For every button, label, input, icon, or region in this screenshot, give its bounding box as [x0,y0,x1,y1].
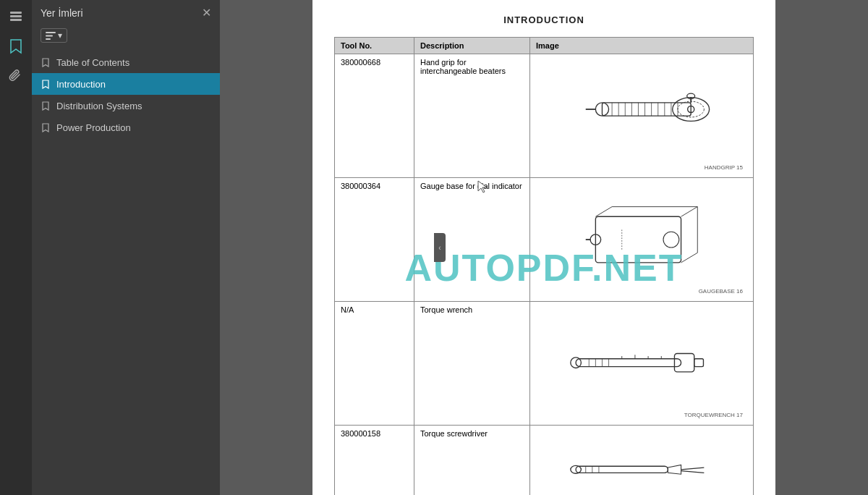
svg-rect-41 [694,359,704,367]
description-cell: Hand grip for interchangeable beaters [414,54,530,178]
svg-rect-47 [576,466,668,473]
bookmarks-list: Table of Contents Introduction Distribut… [32,48,220,141]
table-row: 380000668 Hand grip for interchangeable … [335,54,754,178]
bookmark-item-power[interactable]: Power Production [32,117,220,138]
svg-rect-4 [46,35,53,36]
tool-image-torquewrench: TORQUEWRENCH 17 [536,305,747,421]
image-cell: GAUGEBASE 16 [530,178,754,302]
bookmark-intro-icon [41,78,51,90]
attachment-icon[interactable] [7,68,25,85]
svg-rect-40 [674,353,694,371]
image-label-torquewrench: TORQUEWRENCH 17 [684,412,743,418]
svg-rect-35 [576,359,681,367]
left-toolbar [0,0,32,495]
bookmark-item-distribution[interactable]: Distribution Systems [32,95,220,117]
image-cell: HANDGRIP 15 [530,54,754,178]
tool-no-cell: 380000364 [335,178,414,302]
svg-line-53 [681,470,705,473]
tool-no-cell: N/A [335,302,414,426]
svg-rect-5 [46,38,51,40]
image-cell: TORQUEWRENCH 17 [530,302,754,426]
bookmark-power-icon [41,122,51,133]
image-label-gaugebase: GAUGEBASE 16 [699,288,743,295]
bookmarks-header: Yer İmleri ✕ [32,0,220,25]
bookmark-panel-icon[interactable] [7,38,25,55]
page-title: INTRODUCTION [334,14,754,25]
bookmark-item-introduction[interactable]: Introduction [32,73,220,95]
svg-rect-0 [10,12,22,14]
svg-line-29 [595,207,612,217]
svg-rect-2 [10,19,22,21]
col-header-image: Image [530,38,754,54]
svg-line-52 [681,468,705,470]
pdf-page: INTRODUCTION Tool No. Description Image … [312,0,775,495]
table-row: 380000364 Gauge base for dial indicator [335,178,754,302]
description-cell: Torque wrench [414,302,530,426]
tool-no-cell: 380000668 [335,54,414,178]
table-row: 380000158 Torque screwdriver [335,426,754,496]
svg-marker-51 [668,465,681,474]
main-content-area: ‹ INTRODUCTION Tool No. Description Imag… [220,0,868,495]
bookmark-toc-label: Table of Contents [56,57,129,68]
svg-line-27 [681,253,698,263]
svg-line-26 [681,207,698,217]
sort-dropdown-arrow: ▾ [58,30,62,41]
tool-no-cell: 380000158 [335,426,414,496]
tool-image-handgrip: HANDGRIP 15 [536,58,747,174]
bookmarks-close-button[interactable]: ✕ [202,6,211,20]
svg-rect-1 [10,15,22,17]
description-cell: Gauge base for dial indicator [414,178,530,302]
col-header-tool-no: Tool No. [335,38,414,54]
bookmark-distribution-label: Distribution Systems [56,101,142,111]
table-row: N/A Torque wrench [335,302,754,426]
bookmarks-sort-button[interactable]: ▾ [41,28,67,43]
bookmarks-panel-title: Yer İmleri [41,7,83,19]
tools-table: Tool No. Description Image 380000668 Han… [334,37,754,495]
tool-image-gaugebase: GAUGEBASE 16 [536,182,747,297]
layers-icon[interactable] [7,7,25,25]
bookmark-intro-label: Introduction [56,79,106,90]
tool-image-torquescrewdriver [536,429,747,495]
bookmarks-panel: Yer İmleri ✕ ▾ Table of Contents [32,0,220,495]
svg-rect-25 [595,216,681,263]
image-cell [530,426,754,496]
description-cell: Torque screwdriver [414,426,530,496]
bookmark-toc-icon [41,56,51,68]
panel-collapse-button[interactable]: ‹ [434,233,446,262]
col-header-description: Description [414,38,530,54]
bookmark-dist-icon [41,100,51,111]
bookmarks-toolbar: ▾ [32,25,220,48]
svg-rect-3 [46,32,56,33]
svg-point-33 [663,232,679,248]
image-label-handgrip: HANDGRIP 15 [705,164,743,171]
bookmark-power-label: Power Production [56,122,131,133]
bookmark-item-toc[interactable]: Table of Contents [32,51,220,73]
